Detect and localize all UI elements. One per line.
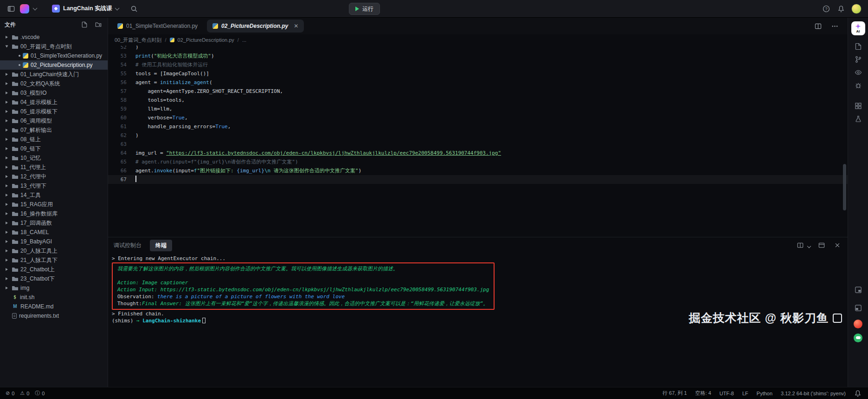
code-line[interactable]: 57 agent=AgentType.ZERO_SHOT_REACT_DESCR… — [108, 87, 848, 96]
beaker-icon[interactable] — [851, 112, 865, 125]
encoding[interactable]: UTF-8 — [720, 391, 734, 396]
run-button[interactable]: 运行 — [349, 3, 380, 15]
tree-item[interactable]: 12_代理中 — [0, 172, 108, 181]
code-line[interactable]: 52) — [108, 46, 848, 52]
code-line[interactable]: 62) — [108, 131, 848, 140]
tree-item[interactable]: 20_人脉工具上 — [0, 246, 108, 255]
close-tab-icon[interactable]: ✕ — [294, 23, 298, 29]
code-line[interactable]: 56agent = initialize_agent( — [108, 78, 848, 87]
ai-assistant-button[interactable]: AI — [851, 21, 865, 35]
chevron-icon — [6, 231, 8, 234]
tab-debug-console[interactable]: 调试控制台 — [114, 242, 141, 249]
split-terminal-icon[interactable] — [796, 241, 805, 250]
tree-item[interactable]: 15_RAG应用 — [0, 200, 108, 209]
tree-item[interactable]: 07_解析输出 — [0, 125, 108, 135]
problems-warnings[interactable]: ⚠0 — [20, 390, 29, 396]
tree-item[interactable]: 08_链上 — [0, 135, 108, 144]
problems-errors[interactable]: ⊘0 — [6, 390, 14, 396]
editor-scrollbar[interactable] — [843, 164, 846, 210]
language-mode[interactable]: Python — [757, 391, 772, 396]
python-interpreter[interactable]: 3.12.2 64-bit ('shims': pyenv) — [781, 391, 846, 396]
tree-item[interactable]: 17_回调函数 — [0, 218, 108, 228]
maximize-panel-icon[interactable] — [817, 241, 826, 250]
new-folder-icon[interactable] — [94, 20, 103, 29]
tree-item-label: 19_BabyAGI — [20, 238, 52, 245]
chevron-down-icon[interactable] — [33, 6, 38, 10]
more-actions-icon[interactable] — [830, 21, 839, 31]
code-line[interactable]: 60 verbose=True, — [108, 113, 848, 122]
code-line[interactable]: 65# agent.run(input=f"{img_url}\n请创作合适的中… — [108, 157, 848, 166]
code-line[interactable]: 59 llm=llm, — [108, 105, 848, 113]
tree-item[interactable]: requirements.txt — [0, 311, 108, 321]
chevron-down-icon[interactable] — [807, 244, 811, 248]
code-editor[interactable]: 52)53print("初始化大语言模型成功")54# 使用工具初始化智能体并运… — [108, 46, 848, 237]
tree-item[interactable]: 01_LangChain快速入门 — [0, 70, 108, 79]
tree-item[interactable]: 04_提示模板上 — [0, 98, 108, 107]
tree-item[interactable]: 23_Chatbot下 — [0, 274, 108, 283]
code-line[interactable]: 58 tools=tools, — [108, 96, 848, 105]
cursor-position[interactable]: 行 67, 列 1 — [662, 390, 687, 397]
tree-item[interactable]: init.sh — [0, 293, 108, 302]
code-line[interactable]: 55tools = [ImageCapTool()] — [108, 69, 848, 78]
code-line[interactable]: 66agent.invoke(input=f"图片链接如下: {img_url}… — [108, 166, 848, 175]
tab-terminal[interactable]: 终端 — [150, 240, 172, 251]
code-line[interactable]: 63 — [108, 140, 848, 149]
eol[interactable]: LF — [742, 391, 748, 396]
tree-item[interactable]: img — [0, 283, 108, 293]
tree-item[interactable]: 02_PictureDescription.py — [0, 60, 108, 70]
tree-item[interactable]: 22_Chatbot上 — [0, 265, 108, 274]
tree-item[interactable]: 11_代理上 — [0, 163, 108, 172]
tree-item[interactable]: 06_调用模型 — [0, 116, 108, 125]
tree-item[interactable]: .vscode — [0, 33, 108, 42]
code-line[interactable]: 61 handle_parsing_errors=True, — [108, 122, 848, 131]
tree-item[interactable]: 14_工具 — [0, 190, 108, 200]
file-icon[interactable] — [851, 40, 865, 53]
eye-icon[interactable] — [851, 66, 865, 79]
tree-item[interactable]: 00_开篇词_奇点时刻 — [0, 42, 108, 51]
avatar[interactable] — [851, 4, 862, 14]
tree-item[interactable]: 18_CAMEL — [0, 228, 108, 237]
tree-item[interactable]: 03_模型IO — [0, 88, 108, 98]
toggle-sidebar-icon[interactable] — [6, 4, 16, 13]
code-line[interactable]: 67 — [108, 175, 848, 184]
bell-icon[interactable] — [836, 4, 846, 13]
problems-infos[interactable]: ⓘ0 — [35, 390, 45, 397]
embed-window-icon[interactable] — [851, 301, 865, 314]
bug-icon[interactable] — [851, 79, 865, 92]
extensions-icon[interactable] — [851, 99, 865, 112]
tree-item[interactable]: 19_BabyAGI — [0, 237, 108, 246]
update-badge-icon[interactable] — [854, 320, 862, 328]
tree-item[interactable]: README.md — [0, 302, 108, 311]
workspace-switcher[interactable]: LangChain 实战课 — [52, 5, 119, 13]
file-tree[interactable]: .vscode00_开篇词_奇点时刻01_SimpleTextGeneratio… — [0, 32, 108, 387]
feedback-icon[interactable] — [854, 334, 862, 342]
notifications-icon[interactable] — [853, 389, 862, 398]
tree-item[interactable]: 21_人脉工具下 — [0, 255, 108, 265]
tab-01-simpletextgeneration[interactable]: 01_SimpleTextGeneration.py — [112, 20, 203, 33]
tree-item[interactable]: 13_代理下 — [0, 181, 108, 190]
search-icon[interactable] — [129, 4, 139, 13]
breadcrumb-folder[interactable]: 00_开篇词_奇点时刻 — [115, 37, 161, 44]
split-editor-icon[interactable] — [813, 21, 823, 31]
code-line[interactable]: 64img_url = "https://lf3-static.bytednsd… — [108, 149, 848, 157]
tree-item[interactable]: 10_记忆 — [0, 153, 108, 163]
new-file-icon[interactable] — [80, 20, 89, 29]
code-line[interactable]: 53print("初始化大语言模型成功") — [108, 52, 848, 60]
float-window-icon[interactable] — [851, 283, 865, 296]
terminal-prompt[interactable]: (shims) → LangChain-shizhanke — [112, 317, 844, 324]
tab-02-picturedescription[interactable]: 02_PictureDescription.py ✕ — [207, 20, 304, 33]
tree-item[interactable]: 09_链下 — [0, 144, 108, 153]
git-branch-icon[interactable] — [851, 53, 865, 66]
tree-item[interactable]: 05_提示模板下 — [0, 107, 108, 116]
help-icon[interactable]: ? — [822, 4, 831, 13]
app-logo-icon[interactable] — [20, 4, 29, 13]
code-line[interactable]: 54# 使用工具初始化智能体并运行 — [108, 60, 848, 69]
close-panel-icon[interactable] — [833, 241, 842, 250]
indentation[interactable]: 空格: 4 — [695, 390, 711, 397]
breadcrumb-file[interactable]: 02_PictureDescription.py — [178, 37, 234, 43]
tree-item[interactable]: 16_操作数据库 — [0, 209, 108, 218]
tree-item[interactable]: 02_文档QA系统 — [0, 79, 108, 88]
tree-item[interactable]: 01_SimpleTextGeneration.py — [0, 51, 108, 60]
terminal-output[interactable]: > Entering new AgentExecutor chain...我需要… — [108, 253, 848, 387]
breadcrumb-more[interactable]: ... — [242, 37, 246, 43]
